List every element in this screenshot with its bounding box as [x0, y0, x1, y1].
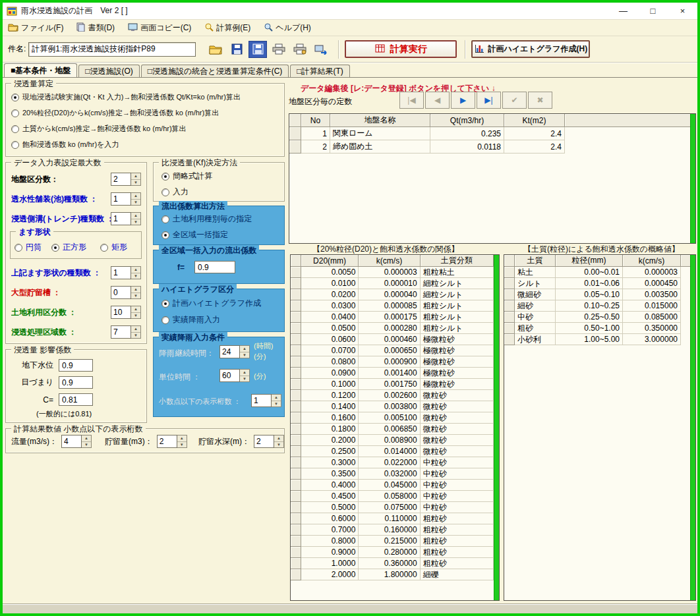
- c-coefficient-input[interactable]: [59, 393, 93, 406]
- trench-count-spinner[interactable]: [111, 212, 141, 225]
- spin-up-icon[interactable]: [131, 287, 140, 293]
- spinner-buttons[interactable]: [131, 212, 141, 225]
- rain-digits-spinner[interactable]: [251, 394, 281, 407]
- spin-down-icon[interactable]: [131, 273, 140, 279]
- spinner-buttons[interactable]: [131, 306, 141, 319]
- soil-table-row[interactable]: 中砂 0.25~0.50 0.085000: [504, 312, 695, 323]
- spin-up-icon[interactable]: [272, 395, 281, 401]
- cell-d20[interactable]: 0.2500: [301, 446, 359, 457]
- cell-d20[interactable]: 0.0700: [301, 345, 359, 356]
- nav-cancel-button[interactable]: ✖: [528, 92, 552, 109]
- cell-no[interactable]: 1: [301, 127, 330, 140]
- duration-input[interactable]: [219, 345, 240, 358]
- spin-down-icon[interactable]: [131, 180, 140, 186]
- cell-range[interactable]: 0.00~0.01: [556, 267, 623, 278]
- pavement-count-input[interactable]: [111, 192, 131, 206]
- cell-class[interactable]: 微粒砂: [421, 401, 494, 412]
- cell-k[interactable]: 0.000010: [359, 278, 420, 289]
- cell-class[interactable]: 中粒砂: [421, 491, 494, 502]
- cell-class[interactable]: 極微粒砂: [421, 368, 494, 379]
- storage-digits-spinner[interactable]: [157, 435, 187, 448]
- cell-k[interactable]: 0.000003: [623, 267, 681, 278]
- exit-button[interactable]: [312, 41, 330, 58]
- spinner-buttons[interactable]: [240, 369, 250, 382]
- d20-table-row[interactable]: 0.4500 0.058000 中粒砂: [291, 491, 499, 502]
- cell-d20[interactable]: 0.0300: [301, 300, 359, 312]
- tab-facilities[interactable]: □浸透施設(O): [78, 65, 140, 77]
- cell-d20[interactable]: 0.0100: [301, 278, 359, 289]
- cell-k[interactable]: 0.360000: [359, 558, 420, 569]
- cell-range[interactable]: 0.50~1.00: [556, 323, 623, 334]
- spin-up-icon[interactable]: [240, 370, 249, 376]
- spinner-buttons[interactable]: [131, 192, 141, 206]
- radio-masu-cylinder[interactable]: 円筒: [15, 242, 42, 253]
- landuse-count-spinner[interactable]: [111, 306, 141, 319]
- flow-digits-input[interactable]: [61, 435, 82, 448]
- nav-prior-button[interactable]: ◀: [425, 92, 450, 109]
- cell-k[interactable]: 0.001750: [359, 379, 420, 390]
- cell-class[interactable]: 中粒砂: [421, 457, 494, 468]
- spin-up-icon[interactable]: [82, 435, 91, 442]
- cell-k[interactable]: 0.215000: [359, 536, 420, 547]
- d20-table-row[interactable]: 1.0000 0.360000 粗粒砂: [291, 558, 499, 569]
- radio-hyeto-plan[interactable]: 計画ハイエトグラフ作成: [161, 298, 261, 309]
- cell-class[interactable]: 微粒砂: [421, 446, 494, 457]
- d20-table-row[interactable]: 2.0000 1.800000 細礫: [291, 569, 499, 580]
- cell-range[interactable]: 0.10~0.25: [556, 300, 623, 312]
- radio-d20-estimate[interactable]: 20%粒径(D20)からk(cm/s)推定→飽和浸透係数 ko (m/hr)算出: [11, 108, 219, 118]
- hyetograph-button[interactable]: 計画ハイエトグラフ作成(H): [471, 40, 590, 58]
- spin-down-icon[interactable]: [240, 352, 249, 358]
- spin-down-icon[interactable]: [131, 200, 140, 206]
- spinner-buttons[interactable]: [177, 435, 187, 448]
- cell-d20[interactable]: 0.0400: [301, 312, 359, 323]
- unit-time-spinner[interactable]: [219, 369, 250, 382]
- cell-k[interactable]: 0.110000: [359, 513, 420, 524]
- save-as-button[interactable]: [248, 41, 267, 58]
- cell-range[interactable]: 0.01~0.06: [556, 278, 623, 289]
- spin-up-icon[interactable]: [131, 306, 140, 313]
- spin-up-icon[interactable]: [240, 346, 249, 352]
- cell-k[interactable]: 0.000460: [359, 334, 420, 345]
- unit-time-input[interactable]: [219, 369, 240, 382]
- cell-class[interactable]: 粗粒砂: [421, 536, 494, 547]
- cell-d20[interactable]: 0.0200: [301, 289, 359, 300]
- cell-d20[interactable]: 0.3000: [301, 457, 359, 468]
- cell-class[interactable]: 極微粒砂: [421, 345, 494, 356]
- cell-d20[interactable]: 0.1400: [301, 401, 359, 412]
- cell-d20[interactable]: 0.0600: [301, 334, 359, 345]
- cell-k[interactable]: 0.000040: [359, 289, 420, 300]
- d20-table-row[interactable]: 0.8000 0.215000 粗粒砂: [291, 536, 499, 547]
- cell-soil[interactable]: 微細砂: [515, 289, 556, 300]
- duration-spinner[interactable]: [219, 345, 250, 358]
- cell-k[interactable]: 0.022000: [359, 457, 420, 468]
- cell-soil[interactable]: シルト: [515, 278, 556, 289]
- spin-down-icon[interactable]: [131, 219, 140, 225]
- ground-count-input[interactable]: [111, 173, 131, 186]
- cell-no[interactable]: 2: [301, 140, 330, 154]
- cell-kt[interactable]: 2.4: [504, 140, 565, 154]
- depth-digits-input[interactable]: [254, 435, 274, 448]
- cell-soil[interactable]: 中砂: [515, 312, 556, 323]
- cell-k[interactable]: 0.350000: [623, 323, 681, 334]
- soil-table-scrollbar[interactable]: [690, 255, 695, 600]
- cell-k[interactable]: 0.085000: [623, 312, 681, 323]
- d20-table-row[interactable]: 0.0200 0.000040 細粒シルト: [291, 289, 499, 300]
- d20-table-row[interactable]: 0.0600 0.000460 極微粒砂: [291, 334, 499, 345]
- cell-kt[interactable]: 2.4: [504, 127, 565, 140]
- column-header-d20[interactable]: D20(mm): [301, 255, 359, 267]
- cell-k[interactable]: 0.000280: [359, 323, 420, 334]
- cell-class[interactable]: 細礫: [421, 569, 494, 580]
- cell-class[interactable]: 粗粒砂: [421, 558, 494, 569]
- menu-file[interactable]: ファイル(F): [8, 22, 63, 34]
- spinner-buttons[interactable]: [131, 173, 141, 186]
- spin-down-icon[interactable]: [131, 293, 140, 299]
- nav-next-button[interactable]: ▶: [451, 92, 475, 109]
- masu-count-input[interactable]: [111, 266, 131, 279]
- cell-class[interactable]: 粗粒粘土: [421, 267, 494, 278]
- spin-up-icon[interactable]: [131, 326, 140, 333]
- cell-class[interactable]: 粗粒砂: [421, 547, 494, 558]
- ground-table-scrollbar[interactable]: [690, 114, 695, 243]
- radio-field-test[interactable]: 現地浸透試験実施(Qt・Kt 入力)→飽和浸透係数 Qt/Kt=ko (m/hr…: [11, 92, 241, 102]
- ground-table-row[interactable]: 1 関東ローム 0.235 2.4: [289, 127, 695, 140]
- d20-table-row[interactable]: 0.2000 0.008900 微粒砂: [291, 435, 499, 446]
